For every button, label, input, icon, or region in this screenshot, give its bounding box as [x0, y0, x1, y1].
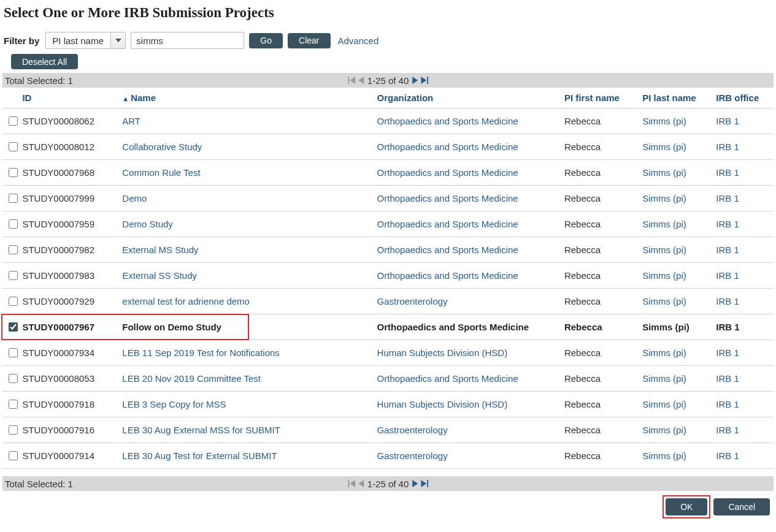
row-irb-office[interactable]: IRB 1 [712, 108, 774, 134]
row-checkbox[interactable] [9, 245, 18, 254]
filter-search-input[interactable] [131, 32, 244, 49]
row-organization[interactable]: Gastroenterology [374, 417, 561, 443]
row-name[interactable]: Collaborative Study [118, 134, 373, 160]
row-checkbox[interactable] [9, 400, 18, 409]
row-name[interactable]: external test for adrienne demo [118, 289, 373, 314]
row-organization[interactable]: Gastroenterology [374, 469, 561, 473]
dropdown-icon[interactable] [110, 32, 125, 48]
row-checkbox[interactable] [9, 168, 18, 177]
row-checkbox[interactable] [9, 194, 18, 203]
column-header-organization[interactable]: Organization [374, 88, 561, 108]
row-name[interactable]: LEB 30 Aug External MSS for SUBMIT [118, 417, 373, 443]
table-row[interactable]: STUDY00007929external test for adrienne … [2, 289, 774, 314]
row-name[interactable]: External MS Study [118, 237, 373, 263]
row-organization[interactable]: Orthopaedics and Sports Medicine [374, 186, 561, 211]
row-name[interactable]: External SS Study [118, 263, 373, 289]
row-organization[interactable]: Gastroenterology [374, 443, 561, 469]
row-pi-last[interactable]: Simms (pi) [639, 160, 712, 186]
row-irb-office[interactable]: IRB 1 [712, 160, 774, 186]
table-row[interactable]: STUDY00008053LEB 20 Nov 2019 Committee T… [2, 366, 774, 392]
row-irb-office[interactable]: IRB 1 [712, 211, 774, 237]
table-row[interactable]: STUDY00007916LEB 30 Aug External MSS for… [2, 417, 774, 443]
deselect-all-button[interactable]: Deselect All [11, 54, 78, 69]
row-pi-last[interactable]: Simms (pi) [639, 366, 712, 392]
table-row[interactable]: STUDY00007982External MS StudyOrthopaedi… [2, 237, 774, 263]
row-name[interactable]: Demo [118, 186, 373, 211]
row-pi-last[interactable]: Simms (pi) [639, 289, 712, 314]
column-header-irb-office[interactable]: IRB office [712, 88, 774, 108]
pager-first-icon[interactable] [348, 77, 355, 84]
row-checkbox[interactable] [9, 425, 18, 435]
row-pi-last[interactable]: Simms (pi) [639, 469, 712, 473]
row-irb-office[interactable]: IRB 1 [712, 392, 774, 417]
row-pi-last[interactable]: Simms (pi) [639, 108, 712, 134]
row-organization[interactable]: Human Subjects Division (HSD) [374, 392, 561, 417]
ok-button[interactable]: OK [666, 498, 707, 515]
row-pi-last[interactable]: Simms (pi) [639, 417, 712, 443]
row-pi-last[interactable]: Simms (pi) [639, 443, 712, 469]
row-irb-office[interactable]: IRB 1 [712, 263, 774, 289]
advanced-link[interactable]: Advanced [338, 36, 379, 46]
row-name[interactable]: ART [118, 108, 373, 134]
row-irb-office[interactable]: IRB 1 [712, 443, 774, 469]
row-irb-office[interactable]: IRB 1 [712, 340, 774, 366]
row-irb-office[interactable]: IRB 1 [712, 237, 774, 263]
row-organization[interactable]: Orthopaedics and Sports Medicine [374, 134, 561, 160]
row-organization[interactable]: Orthopaedics and Sports Medicine [374, 108, 561, 134]
row-organization[interactable]: Orthopaedics and Sports Medicine [374, 160, 561, 186]
row-checkbox[interactable] [9, 374, 18, 383]
results-scroll-area[interactable]: ID ▲Name Organization PI first name PI l… [2, 88, 774, 473]
table-row[interactable]: STUDY00007968Common Rule TestOrthopaedic… [2, 160, 774, 186]
row-organization[interactable]: Orthopaedics and Sports Medicine [374, 237, 561, 263]
table-row[interactable]: STUDY00007918LEB 3 Sep Copy for MSSHuman… [2, 392, 774, 417]
row-pi-last[interactable]: Simms (pi) [639, 134, 712, 160]
row-name[interactable]: Demo Study [118, 211, 373, 237]
go-button[interactable]: Go [249, 33, 283, 48]
column-header-pi-first[interactable]: PI first name [561, 88, 639, 108]
table-row[interactable]: STUDY00008062ARTOrthopaedics and Sports … [2, 108, 774, 134]
table-row[interactable]: STUDY00007983External SS StudyOrthopaedi… [2, 263, 774, 289]
row-checkbox[interactable] [9, 297, 18, 306]
filter-field-select[interactable]: PI last name [45, 32, 126, 49]
row-name[interactable]: LEB 11 Sep 2019 Test for Notifications [118, 340, 373, 366]
row-checkbox[interactable] [9, 322, 18, 332]
pager-first-icon[interactable] [348, 480, 355, 487]
column-header-pi-last[interactable]: PI last name [639, 88, 712, 108]
table-row[interactable]: STUDY00007999DemoOrthopaedics and Sports… [2, 186, 774, 211]
table-row[interactable]: STUDY00007914LEB 30 Aug Test for Externa… [2, 443, 774, 469]
row-irb-office[interactable]: IRB 1 [712, 289, 774, 314]
row-organization[interactable]: Orthopaedics and Sports Medicine [374, 263, 561, 289]
table-row[interactable]: STUDY00007913LEB 30 August Test for SUBM… [2, 469, 774, 473]
row-irb-office[interactable]: IRB 1 [712, 366, 774, 392]
row-name[interactable]: LEB 3 Sep Copy for MSS [118, 392, 373, 417]
row-checkbox[interactable] [9, 116, 18, 126]
table-row[interactable]: STUDY00007967Follow on Demo StudyOrthopa… [2, 314, 774, 340]
row-pi-last[interactable]: Simms (pi) [639, 263, 712, 289]
row-checkbox[interactable] [9, 451, 18, 460]
pager-prev-icon[interactable] [358, 480, 365, 487]
row-checkbox[interactable] [9, 348, 18, 357]
row-name[interactable]: LEB 20 Nov 2019 Committee Test [118, 366, 373, 392]
pager-last-icon[interactable] [421, 77, 428, 84]
pager-next-icon[interactable] [411, 480, 418, 487]
row-pi-last[interactable]: Simms (pi) [639, 392, 712, 417]
row-name[interactable]: Common Rule Test [118, 160, 373, 186]
table-row[interactable]: STUDY00007934LEB 11 Sep 2019 Test for No… [2, 340, 774, 366]
pager-last-icon[interactable] [421, 480, 428, 487]
table-row[interactable]: STUDY00007959Demo StudyOrthopaedics and … [2, 211, 774, 237]
row-checkbox[interactable] [9, 142, 18, 151]
column-header-name[interactable]: ▲Name [118, 88, 373, 108]
pager-next-icon[interactable] [411, 77, 418, 84]
row-irb-office[interactable]: IRB 1 [712, 469, 774, 473]
column-header-id[interactable]: ID [18, 88, 118, 108]
clear-button[interactable]: Clear [288, 33, 330, 48]
row-pi-last[interactable]: Simms (pi) [639, 211, 712, 237]
row-irb-office[interactable]: IRB 1 [712, 417, 774, 443]
row-checkbox[interactable] [9, 271, 18, 280]
row-organization[interactable]: Gastroenterology [374, 289, 561, 314]
row-organization[interactable]: Orthopaedics and Sports Medicine [374, 366, 561, 392]
row-pi-last[interactable]: Simms (pi) [639, 340, 712, 366]
row-name[interactable]: LEB 30 Aug Test for External SUBMIT [118, 443, 373, 469]
pager-prev-icon[interactable] [358, 77, 365, 84]
row-organization[interactable]: Orthopaedics and Sports Medicine [374, 211, 561, 237]
